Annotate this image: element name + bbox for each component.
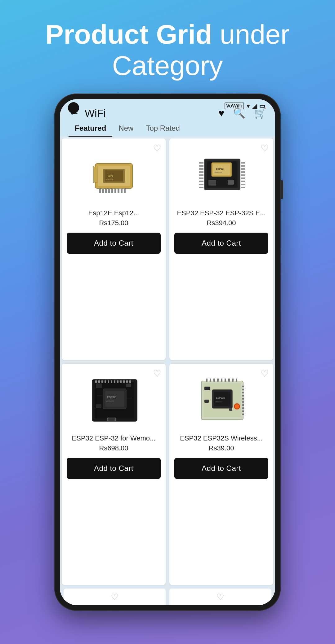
svg-rect-85 (210, 379, 211, 382)
svg-rect-9 (108, 188, 110, 193)
product-price-1: Rs175.00 (99, 219, 128, 227)
svg-rect-83 (242, 414, 244, 415)
svg-rect-60 (108, 380, 109, 383)
svg-rect-77 (242, 395, 244, 396)
svg-rect-34 (199, 168, 203, 170)
svg-rect-15 (94, 167, 96, 182)
svg-rect-58 (101, 380, 103, 383)
add-to-cart-btn-3[interactable]: Add to Cart (67, 458, 161, 479)
svg-rect-64 (120, 380, 122, 383)
svg-rect-40 (199, 187, 203, 188)
svg-rect-80 (242, 404, 244, 406)
tab-new[interactable]: New (112, 120, 140, 137)
svg-rect-93 (204, 387, 210, 390)
svg-rect-37 (199, 177, 203, 179)
svg-text:ESP-12E: ESP-12E (106, 178, 114, 180)
svg-rect-62 (114, 380, 115, 383)
svg-rect-30 (241, 184, 245, 185)
svg-rect-66 (126, 380, 128, 383)
svg-text:ESP32: ESP32 (107, 396, 116, 399)
svg-rect-81 (242, 407, 244, 409)
tab-featured[interactable]: Featured (69, 120, 112, 137)
svg-rect-87 (217, 379, 219, 382)
svg-rect-24 (241, 165, 245, 167)
page-title: WiFi (85, 107, 218, 119)
tab-top-rated[interactable]: Top Rated (140, 120, 186, 137)
product-card-1: ♡ WiFi ESP-12E (62, 138, 166, 360)
product-name-1: Esp12E Esp12... (88, 209, 139, 217)
svg-rect-26 (241, 171, 245, 173)
svg-rect-90 (228, 379, 230, 382)
svg-rect-42 (228, 180, 234, 185)
svg-rect-91 (232, 379, 234, 382)
product-card-2: ♡ ESP32 Espressif (169, 138, 273, 360)
svg-rect-76 (242, 392, 244, 393)
product-price-2: Rs394.00 (207, 219, 236, 227)
svg-rect-63 (117, 380, 118, 383)
svg-rect-7 (102, 188, 104, 193)
svg-rect-53 (96, 404, 101, 408)
svg-text:ESP32: ESP32 (216, 168, 224, 170)
svg-rect-67 (129, 380, 131, 383)
svg-rect-35 (199, 171, 203, 173)
svg-rect-31 (241, 187, 245, 188)
svg-rect-36 (199, 174, 203, 176)
svg-rect-28 (241, 177, 245, 179)
svg-rect-14 (124, 188, 126, 193)
status-bar: VoWiFi ▾ ◢ ▭ (225, 102, 265, 110)
svg-rect-94 (204, 400, 209, 403)
wishlist-btn-2[interactable]: ♡ (261, 143, 269, 154)
svg-rect-23 (241, 162, 245, 164)
phone-frame: VoWiFi ▾ ◢ ▭ ← WiFi ♥ 🔍 🛒 Featured New T… (54, 94, 281, 611)
phone-screen: ← WiFi ♥ 🔍 🛒 Featured New Top Rated ♡ (60, 99, 275, 605)
wishlist-btn-4[interactable]: ♡ (261, 368, 269, 379)
svg-rect-86 (213, 379, 215, 382)
svg-text:ESP32S: ESP32S (216, 396, 226, 399)
svg-text:Wireless: Wireless (215, 401, 222, 403)
product-name-2: ESP32 ESP-32 ESP-32S E... (177, 209, 266, 217)
product-price-3: Rs698.00 (99, 444, 128, 452)
svg-rect-82 (242, 410, 244, 412)
svg-rect-46 (105, 391, 124, 407)
product-price-4: Rs39.00 (209, 444, 234, 452)
svg-rect-29 (241, 181, 245, 182)
signal-icon: ◢ (252, 102, 257, 110)
svg-rect-88 (221, 379, 222, 382)
svg-rect-61 (111, 380, 112, 383)
add-to-cart-btn-4[interactable]: Add to Cart (174, 458, 268, 479)
svg-rect-92 (236, 379, 237, 382)
wishlist-btn-3[interactable]: ♡ (153, 368, 161, 379)
add-to-cart-btn-1[interactable]: Add to Cart (67, 233, 161, 254)
svg-text:Espressif: Espressif (215, 171, 222, 173)
wishlist-btn-1[interactable]: ♡ (153, 143, 161, 154)
add-to-cart-btn-2[interactable]: Add to Cart (174, 233, 268, 254)
product-name-3: ESP32 ESP-32 for Wemo... (72, 434, 156, 442)
svg-rect-11 (114, 188, 116, 193)
wishlist-icon[interactable]: ♥ (218, 107, 224, 119)
svg-rect-39 (199, 184, 203, 185)
product-name-4: ESP32 ESP32S Wireless... (180, 434, 263, 442)
svg-rect-38 (199, 181, 203, 182)
tabs-bar: Featured New Top Rated (60, 120, 275, 137)
product-card-3: ♡ ESP32 WEMOS (62, 364, 166, 585)
svg-rect-65 (123, 380, 125, 383)
svg-rect-79 (242, 401, 244, 403)
svg-rect-6 (99, 188, 101, 193)
svg-point-96 (235, 404, 239, 409)
svg-rect-27 (241, 174, 245, 176)
svg-rect-74 (242, 386, 244, 387)
page-header-section: Product Grid underCategory (20, 0, 314, 94)
battery-icon: ▭ (259, 102, 265, 110)
svg-rect-33 (199, 165, 203, 167)
svg-rect-57 (98, 380, 100, 383)
product-image-3: ESP32 WEMOS (83, 369, 145, 431)
svg-rect-41 (208, 180, 216, 186)
product-image-4: ESP32S Wireless (190, 369, 252, 431)
svg-text:WEMOS: WEMOS (106, 400, 114, 402)
header-bold: Product Grid (45, 19, 212, 50)
product-card-4: ♡ ESP32S Wireless (169, 364, 273, 585)
product-grid: ♡ WiFi ESP-12E (60, 137, 275, 587)
volume-button (281, 180, 283, 199)
product-image-1: WiFi ESP-12E (83, 143, 145, 205)
svg-rect-8 (105, 188, 107, 193)
